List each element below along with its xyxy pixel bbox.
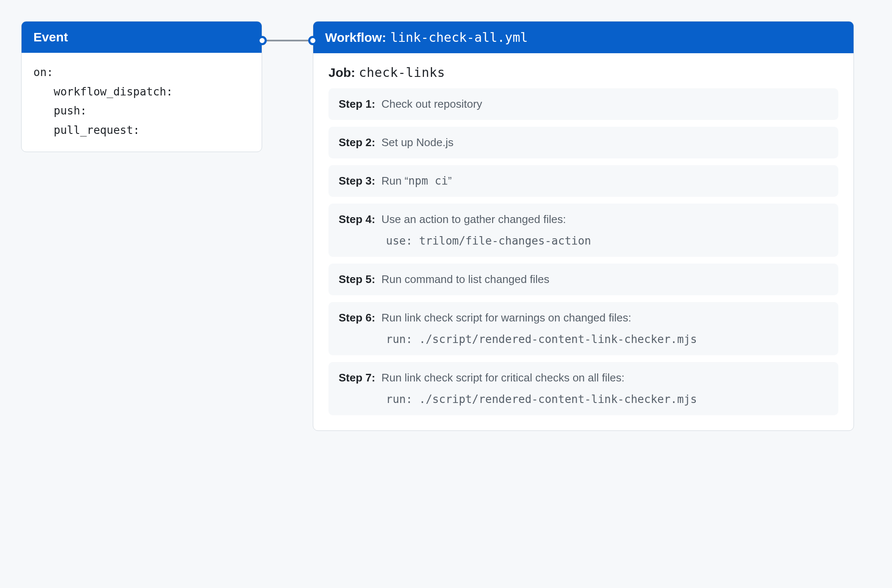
event-title: Event: [33, 30, 68, 44]
step-label: Step 2:: [339, 136, 375, 149]
step-detail: use: trilom/file-changes-action: [339, 233, 828, 249]
step-item: Step 6: Run link check script for warnin…: [328, 302, 838, 355]
trigger-item: workflow_dispatch:: [33, 82, 250, 102]
step-text: Run link check script for critical check…: [381, 371, 624, 384]
event-header: Event: [22, 22, 262, 53]
on-label: on:: [33, 63, 250, 82]
step-text: Use an action to gather changed files:: [381, 213, 566, 226]
step-label: Step 7:: [339, 371, 375, 384]
event-card: Event on: workflow_dispatch: push: pull_…: [21, 21, 262, 152]
step-text: Run link check script for warnings on ch…: [381, 311, 631, 324]
step-label: Step 3:: [339, 174, 375, 187]
step-item: Step 2: Set up Node.js: [328, 127, 838, 158]
connector: [262, 21, 313, 59]
job-name: check-links: [359, 65, 445, 80]
connector-line: [262, 40, 313, 41]
step-text: Set up Node.js: [381, 136, 454, 149]
trigger-item: pull_request:: [33, 121, 250, 140]
steps-list: Step 1: Check out repositoryStep 2: Set …: [328, 88, 838, 415]
step-detail: run: ./script/rendered-content-link-chec…: [339, 331, 828, 348]
job-title: Job: check-links: [328, 65, 838, 80]
workflow-card: Workflow: link-check-all.yml Job: check-…: [313, 21, 854, 431]
step-text-post: ”: [448, 174, 452, 187]
connector-dot-left: [257, 36, 267, 45]
workflow-body: Job: check-links Step 1: Check out repos…: [313, 53, 854, 430]
step-label: Step 6:: [339, 311, 375, 324]
step-mono: npm ci: [408, 174, 448, 187]
step-label: Step 5:: [339, 273, 375, 286]
step-label: Step 1:: [339, 98, 375, 110]
step-text: Run “: [381, 174, 408, 187]
workflow-header: Workflow: link-check-all.yml: [313, 22, 854, 53]
step-item: Step 5: Run command to list changed file…: [328, 264, 838, 295]
event-body: on: workflow_dispatch: push: pull_reques…: [22, 53, 262, 152]
step-label: Step 4:: [339, 213, 375, 226]
workflow-header-label: Workflow:: [325, 30, 386, 45]
step-detail: run: ./script/rendered-content-link-chec…: [339, 391, 828, 408]
step-text: Run command to list changed files: [381, 273, 549, 286]
step-item: Step 7: Run link check script for critic…: [328, 362, 838, 415]
trigger-item: push:: [33, 101, 250, 121]
workflow-filename: link-check-all.yml: [390, 30, 528, 45]
step-item: Step 4: Use an action to gather changed …: [328, 204, 838, 257]
step-item: Step 1: Check out repository: [328, 88, 838, 120]
step-item: Step 3: Run “npm ci”: [328, 165, 838, 197]
connector-dot-right: [308, 36, 317, 45]
step-text: Check out repository: [381, 98, 482, 110]
job-label: Job:: [328, 65, 355, 79]
